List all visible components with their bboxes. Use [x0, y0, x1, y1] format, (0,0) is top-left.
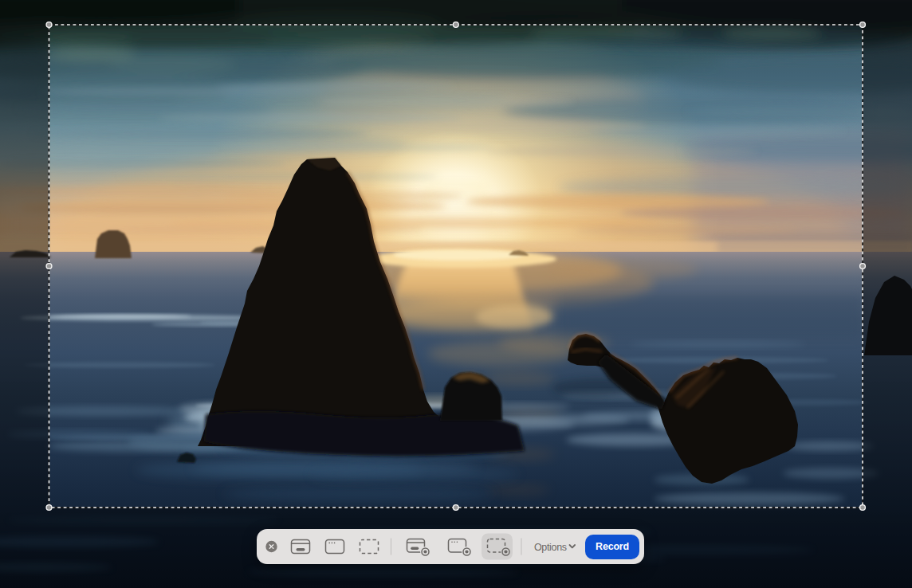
svg-text:Options: Options — [534, 542, 567, 553]
